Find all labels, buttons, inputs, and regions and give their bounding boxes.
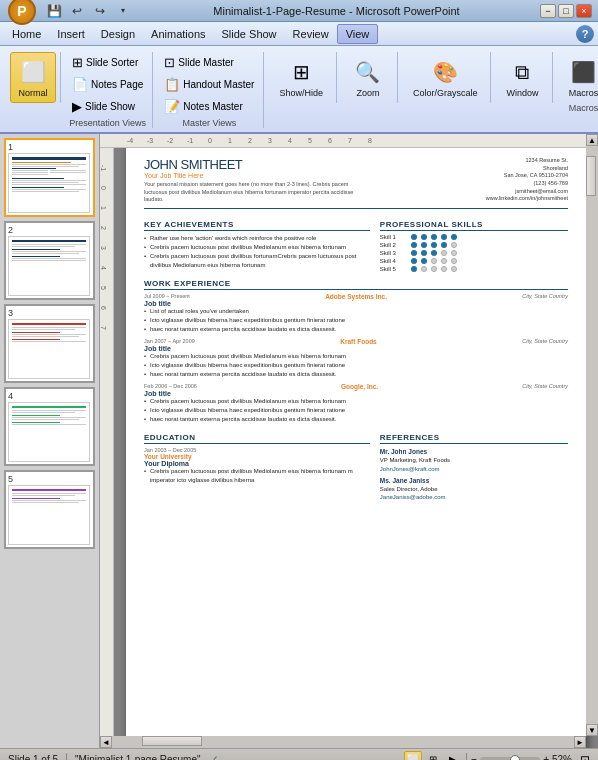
normal-view-status-button[interactable]: ⬜ (404, 751, 422, 761)
handout-master-button[interactable]: 📋 Handout Master (159, 74, 259, 95)
menu-design[interactable]: Design (93, 25, 143, 43)
skill-dot (441, 258, 447, 264)
scroll-track-v[interactable] (586, 146, 598, 724)
menu-review[interactable]: Review (285, 25, 337, 43)
office-button[interactable]: P (8, 0, 36, 25)
work-bullet-3-1: Crebris pacem luctuosus post divilibus M… (144, 397, 568, 406)
normal-view-icon: ⬜ (17, 56, 49, 88)
key-achievements-title: Key Achievements (144, 220, 370, 231)
work-bullet-2-1: Crebris pacem luctuosus post divilibus M… (144, 352, 568, 361)
slide-sorter-button[interactable]: ⊞ Slide Sorter (67, 52, 148, 73)
skill-dot (421, 266, 427, 272)
zoom-level-text: 52% (552, 754, 572, 760)
color-button[interactable]: 🎨 Color/Grayscale (406, 52, 485, 103)
menu-view[interactable]: View (337, 24, 379, 44)
notes-page-label: Notes Page (91, 79, 143, 90)
minimize-button[interactable]: − (540, 4, 556, 18)
resume-name-block: John SMITHEET Your Job Title Here Your p… (144, 157, 364, 204)
scroll-thumb-v[interactable] (586, 156, 596, 196)
slide-master-button[interactable]: ⊡ Slide Master (159, 52, 259, 73)
scroll-track-h[interactable] (112, 736, 574, 748)
menu-animations[interactable]: Animations (143, 25, 213, 43)
normal-view-label: Normal (18, 88, 47, 99)
zoom-out-button[interactable]: − (471, 754, 477, 760)
skill-name-2: Skill 2 (380, 242, 408, 248)
horizontal-scrollbar[interactable]: ◄ ► (100, 736, 586, 748)
fit-window-button[interactable]: ⊡ (580, 753, 590, 761)
master-views-group: ⊡ Slide Master 📋 Handout Master 📝 Notes … (155, 52, 264, 128)
notes-page-button[interactable]: 📄 Notes Page (67, 74, 148, 95)
education-col: Education Jan 2003 – Dec 2005 Your Unive… (144, 428, 370, 505)
skill-dot (411, 266, 417, 272)
vertical-scrollbar[interactable]: ▲ ▼ (586, 134, 598, 736)
edu-ref-section: Education Jan 2003 – Dec 2005 Your Unive… (144, 428, 568, 505)
help-button[interactable]: ? (576, 25, 594, 43)
menu-insert[interactable]: Insert (49, 25, 93, 43)
work-entry-3: Feb 2006 – Dec 2006 Google, Inc. City, S… (144, 383, 568, 424)
slide-sorter-status-button[interactable]: ⊞ (424, 751, 442, 761)
scroll-right-button[interactable]: ► (574, 736, 586, 748)
skill-dot (411, 234, 417, 240)
normal-view-button[interactable]: ⬜ Normal (10, 52, 56, 103)
references-title: References (380, 433, 568, 444)
ref-name-1: Mr. John Jones (380, 447, 568, 456)
window-title: Minimalist-1-Page-Resume - Microsoft Pow… (133, 5, 540, 17)
skill-dot (411, 250, 417, 256)
scroll-down-button[interactable]: ▼ (586, 724, 598, 736)
redo-quick-btn[interactable]: ↪ (90, 1, 110, 21)
show-hide-button[interactable]: ⊞ Show/Hide (272, 52, 330, 103)
skill-row-2: Skill 2 (380, 242, 568, 248)
work-bullet-1-3: haec norat tantum externa percita accidi… (144, 325, 568, 334)
slide-sorter-icon: ⊞ (72, 55, 83, 70)
zoom-in-button[interactable]: + (543, 754, 549, 760)
resume-name: John SMITHEET (144, 157, 364, 172)
save-quick-btn[interactable]: 💾 (44, 1, 64, 21)
slide-show-status-button[interactable]: ▶ (444, 751, 462, 761)
maximize-button[interactable]: □ (558, 4, 574, 18)
slide-num-3: 3 (8, 308, 91, 318)
work-experience-title: Work Experience (144, 279, 568, 290)
undo-quick-btn[interactable]: ↩ (67, 1, 87, 21)
skill-dot (421, 234, 427, 240)
scroll-left-button[interactable]: ◄ (100, 736, 112, 748)
slide-thumb-2[interactable]: 2 (4, 221, 95, 300)
slide-show-button[interactable]: ▶ Slide Show (67, 96, 148, 117)
macros-label: Macros (569, 88, 598, 99)
slide-num-4: 4 (8, 391, 91, 401)
menu-slideshow[interactable]: Slide Show (214, 25, 285, 43)
skill-dot (431, 250, 437, 256)
work-date-3: Feb 2006 – Dec 2006 (144, 383, 197, 390)
slide-thumb-3[interactable]: 3 (4, 304, 95, 383)
notes-master-icon: 📝 (164, 99, 180, 114)
notes-master-button[interactable]: 📝 Notes Master (159, 96, 259, 117)
edu-entry-1: Jan 2003 – Dec 2005 Your University Your… (144, 447, 370, 485)
slide-img-3 (8, 319, 90, 379)
ribbon-content: ⬜ Normal ⊞ Slide Sorter 📄 Notes Page ▶ S… (0, 48, 598, 132)
achievements-col: Key Achievements Rather use here 'action… (144, 215, 370, 274)
zoom-slider[interactable] (480, 757, 540, 761)
menu-home[interactable]: Home (4, 25, 49, 43)
slide-master-label: Slide Master (178, 57, 234, 68)
resume-contact: 1234 Resume St. Shoreland San Jose, CA 9… (486, 157, 568, 204)
scroll-thumb-h[interactable] (142, 736, 202, 746)
close-button[interactable]: × (576, 4, 592, 18)
contact-phone: (123) 456-789 (486, 180, 568, 188)
handout-master-label: Handout Master (183, 79, 254, 90)
slide-num-1: 1 (8, 142, 91, 152)
slide-thumb-1[interactable]: 1 (4, 138, 95, 217)
slide-panel[interactable]: 1 (0, 134, 100, 748)
slide-thumb-5[interactable]: 5 (4, 470, 95, 549)
ribbon-col-left: ⊞ Slide Sorter 📄 Notes Page ▶ Slide Show (67, 52, 148, 117)
qa-dropdown-btn[interactable]: ▾ (113, 1, 133, 21)
skill-dot (421, 258, 427, 264)
window-button[interactable]: ⧉ Window (499, 52, 545, 103)
slide-img-5 (8, 485, 90, 545)
contact-state-zip: San Jose, CA 95110-2704 (486, 172, 568, 180)
scroll-up-button[interactable]: ▲ (586, 134, 598, 146)
zoom-button[interactable]: 🔍 Zoom (345, 52, 391, 103)
macros-button[interactable]: ⬛ Macros (561, 52, 599, 103)
achievement-1: Rather use here 'action' words which rei… (144, 234, 370, 243)
ref-name-2: Ms. Jane Janiss (380, 476, 568, 485)
slide-thumb-4[interactable]: 4 (4, 387, 95, 466)
skill-dot (441, 266, 447, 272)
